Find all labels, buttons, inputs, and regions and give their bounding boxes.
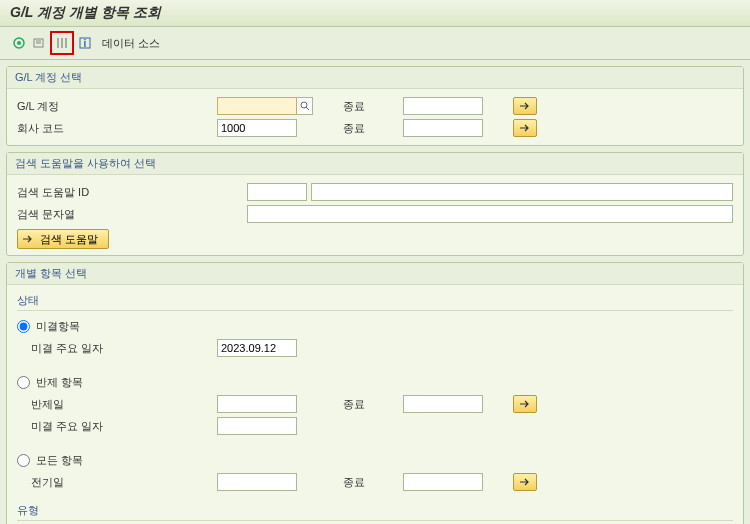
multi-select-button[interactable] [513,119,537,137]
cleared-items-label: 반제 항목 [36,375,83,390]
execute-icon[interactable] [10,34,28,52]
open-key-date2-input[interactable] [217,417,297,435]
svg-text:i: i [84,38,87,49]
line-item-panel: 개별 항목 선택 상태 미결항목 미결 주요 일자 반제 항목 반제일 종료 [6,262,744,524]
all-items-radio-row[interactable]: 모든 항목 [17,453,217,468]
gl-end-input[interactable] [403,97,483,115]
posting-date-input[interactable] [217,473,297,491]
search-help-panel: 검색 도움말을 사용하여 선택 검색 도움말 ID 검색 문자열 검색 도움말 [6,152,744,256]
page-title: G/L 계정 개별 항목 조회 [0,0,750,27]
search-help-button-label: 검색 도움말 [40,232,98,247]
search-panel-title: 검색 도움말을 사용하여 선택 [7,153,743,175]
gl-account-label: G/L 계정 [17,99,217,114]
gl-account-panel: G/L 계정 선택 G/L 계정 종료 회사 코드 종료 [6,66,744,146]
gl-panel-title: G/L 계정 선택 [7,67,743,89]
company-end-input[interactable] [403,119,483,137]
gl-end-label: 종료 [343,99,403,114]
clearing-end-label: 종료 [343,397,403,412]
all-items-label: 모든 항목 [36,453,83,468]
info-icon[interactable]: i [76,34,94,52]
clearing-end-input[interactable] [403,395,483,413]
open-items-radio-row[interactable]: 미결항목 [17,319,217,334]
gl-account-input[interactable] [217,97,297,115]
posting-end-input[interactable] [403,473,483,491]
all-items-radio[interactable] [17,454,30,467]
search-string-input[interactable] [247,205,733,223]
open-key-date-input[interactable] [217,339,297,357]
company-end-label: 종료 [343,121,403,136]
search-string-label: 검색 문자열 [17,207,217,222]
svg-line-6 [306,107,309,110]
open-key-date2-label: 미결 주요 일자 [17,419,217,434]
highlighted-toolbar-button [50,31,74,55]
line-item-title: 개별 항목 선택 [7,263,743,285]
toolbar: i 데이터 소스 [0,27,750,60]
cleared-items-radio[interactable] [17,376,30,389]
search-id-input[interactable] [247,183,307,201]
open-items-radio[interactable] [17,320,30,333]
company-code-input[interactable] [217,119,297,137]
company-code-label: 회사 코드 [17,121,217,136]
status-title: 상태 [17,293,733,311]
f4-help-icon[interactable] [297,97,313,115]
search-id-label: 검색 도움말 ID [17,185,217,200]
posting-end-label: 종료 [343,475,403,490]
search-id-desc-input[interactable] [311,183,733,201]
svg-point-1 [17,41,21,45]
multi-select-button[interactable] [513,473,537,491]
posting-date-label: 전기일 [17,475,217,490]
open-key-date-label: 미결 주요 일자 [17,341,217,356]
multi-select-button[interactable] [513,395,537,413]
clearing-date-label: 반제일 [17,397,217,412]
open-items-label: 미결항목 [36,319,80,334]
type-title: 유형 [17,503,733,521]
cleared-items-radio-row[interactable]: 반제 항목 [17,375,217,390]
data-source-label[interactable]: 데이터 소스 [102,36,160,51]
clearing-date-input[interactable] [217,395,297,413]
multi-select-button[interactable] [513,97,537,115]
search-help-button[interactable]: 검색 도움말 [17,229,109,249]
variant-save-icon[interactable] [53,34,71,52]
variant-get-icon[interactable] [30,34,48,52]
